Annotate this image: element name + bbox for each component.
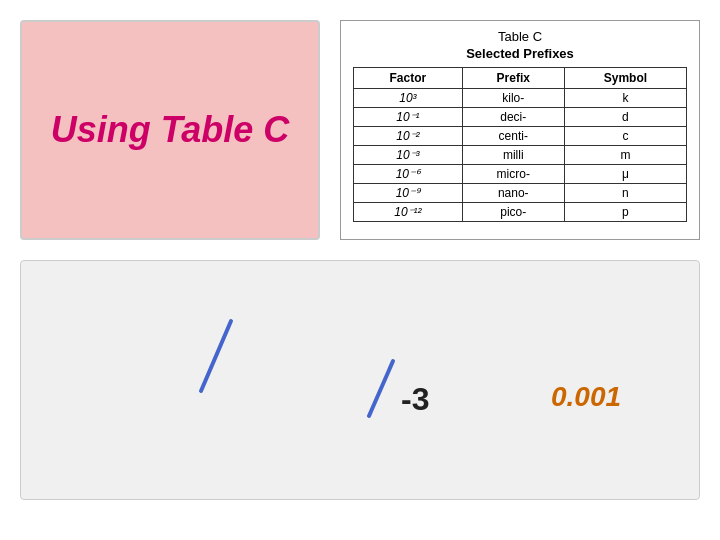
title-text: Using Table C: [51, 109, 290, 151]
title-box: Using Table C: [20, 20, 320, 240]
col-header: Symbol: [564, 68, 686, 89]
cell-prefix: milli: [462, 146, 564, 165]
cell-factor: 10⁻¹: [354, 108, 463, 127]
table-box: Table C Selected Prefixes FactorPrefixSy…: [340, 20, 700, 240]
cell-symbol: p: [564, 203, 686, 222]
svg-line-1: [369, 361, 393, 416]
cell-prefix: nano-: [462, 184, 564, 203]
cell-symbol: n: [564, 184, 686, 203]
table-row: 10⁻⁶micro-μ: [354, 165, 687, 184]
table-row: 10⁻²centi-c: [354, 127, 687, 146]
table-row: 10⁻⁹nano-n: [354, 184, 687, 203]
cell-factor: 10⁻⁶: [354, 165, 463, 184]
cell-symbol: μ: [564, 165, 686, 184]
table-row: 10⁻¹²pico-p: [354, 203, 687, 222]
cell-factor: 10⁻³: [354, 146, 463, 165]
table-title: Table C: [353, 29, 687, 44]
cell-prefix: kilo-: [462, 89, 564, 108]
cell-factor: 10⁻⁹: [354, 184, 463, 203]
exponent-value: -3: [401, 381, 429, 418]
cell-factor: 10³: [354, 89, 463, 108]
cell-prefix: centi-: [462, 127, 564, 146]
cell-symbol: c: [564, 127, 686, 146]
bottom-section: -3 0.001: [20, 260, 700, 500]
cell-factor: 10⁻¹²: [354, 203, 463, 222]
cell-symbol: d: [564, 108, 686, 127]
prefix-table: FactorPrefixSymbol 10³kilo-k10⁻¹deci-d10…: [353, 67, 687, 222]
col-header: Factor: [354, 68, 463, 89]
cell-prefix: micro-: [462, 165, 564, 184]
table-row: 10⁻³millim: [354, 146, 687, 165]
slash-left-icon: [191, 316, 241, 396]
cell-factor: 10⁻²: [354, 127, 463, 146]
cell-prefix: pico-: [462, 203, 564, 222]
table-row: 10³kilo-k: [354, 89, 687, 108]
cell-symbol: k: [564, 89, 686, 108]
top-section: Using Table C Table C Selected Prefixes …: [0, 0, 720, 260]
slash-right-icon: [361, 356, 401, 421]
col-header: Prefix: [462, 68, 564, 89]
table-subtitle: Selected Prefixes: [353, 46, 687, 61]
svg-line-0: [201, 321, 231, 391]
table-row: 10⁻¹deci-d: [354, 108, 687, 127]
cell-symbol: m: [564, 146, 686, 165]
result-value: 0.001: [551, 381, 621, 413]
cell-prefix: deci-: [462, 108, 564, 127]
